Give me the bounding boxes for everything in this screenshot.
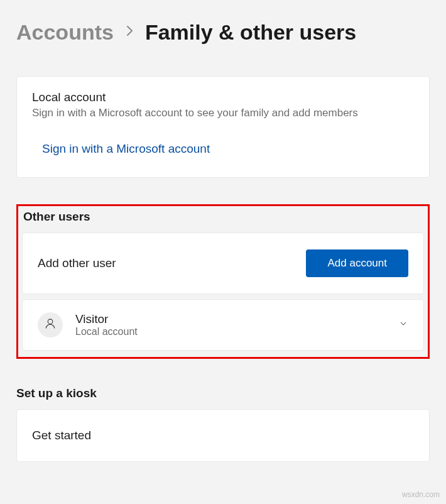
kiosk-get-started: Get started — [32, 429, 91, 442]
watermark: wsxdn.com — [402, 490, 440, 499]
other-users-heading: Other users — [23, 210, 424, 224]
local-account-subtitle: Sign in with a Microsoft account to see … — [32, 107, 414, 119]
user-name: Visitor — [75, 312, 386, 326]
breadcrumb: Accounts Family & other users — [16, 20, 430, 45]
kiosk-section: Set up a kiosk Get started — [16, 386, 430, 462]
other-users-highlight: Other users Add other user Add account V… — [16, 204, 430, 359]
chevron-down-icon[interactable] — [398, 319, 408, 331]
chevron-right-icon — [125, 25, 134, 41]
kiosk-card[interactable]: Get started — [16, 409, 430, 462]
page-title: Family & other users — [145, 20, 356, 45]
local-account-title: Local account — [32, 90, 414, 104]
add-other-user-label: Add other user — [38, 256, 116, 270]
svg-point-0 — [48, 319, 53, 324]
user-info: Visitor Local account — [75, 312, 386, 337]
kiosk-heading: Set up a kiosk — [16, 386, 430, 400]
user-type: Local account — [75, 326, 386, 337]
add-other-user-row: Add other user Add account — [22, 233, 424, 294]
signin-link[interactable]: Sign in with a Microsoft account — [42, 142, 210, 156]
person-icon — [44, 317, 57, 332]
add-account-button[interactable]: Add account — [306, 249, 408, 277]
local-account-card: Local account Sign in with a Microsoft a… — [16, 76, 430, 178]
user-row[interactable]: Visitor Local account — [22, 299, 424, 351]
avatar — [38, 312, 63, 337]
breadcrumb-parent[interactable]: Accounts — [16, 20, 114, 45]
